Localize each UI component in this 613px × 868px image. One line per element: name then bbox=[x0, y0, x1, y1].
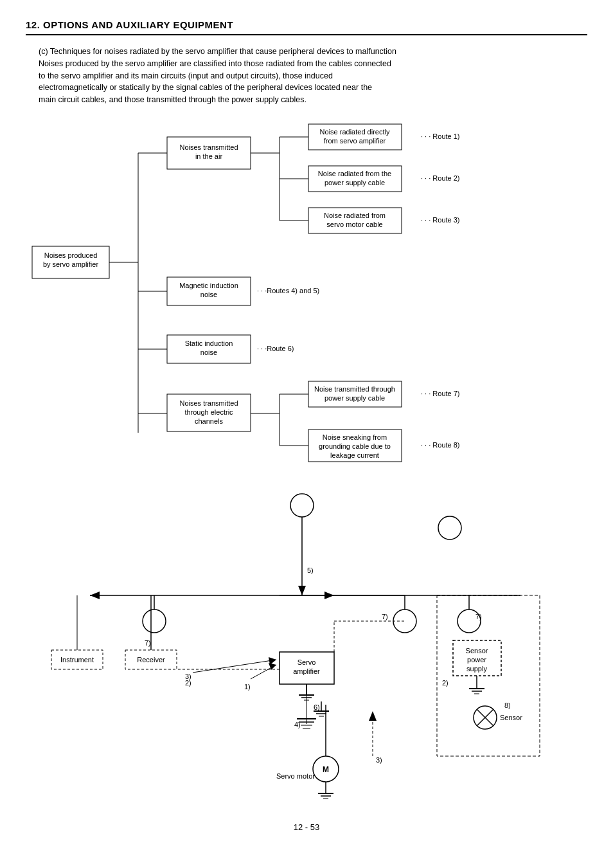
svg-text:Noises produced: Noises produced bbox=[44, 251, 98, 259]
page-title: 12. OPTIONS AND AUXILIARY EQUIPMENT bbox=[26, 19, 587, 35]
svg-text:supply: supply bbox=[466, 665, 487, 673]
svg-text:through electric: through electric bbox=[184, 408, 233, 416]
svg-text:7): 7) bbox=[382, 613, 388, 620]
tree-diagram: Noises produced by servo amplifier Noise… bbox=[26, 118, 578, 480]
svg-text:Sensor: Sensor bbox=[500, 714, 522, 721]
svg-text:in the air: in the air bbox=[195, 152, 223, 160]
svg-text:· · · Route 1): · · · Route 1) bbox=[421, 132, 460, 140]
svg-marker-134 bbox=[298, 586, 306, 595]
svg-text:Receiver: Receiver bbox=[137, 656, 165, 664]
svg-text:from servo amplifier: from servo amplifier bbox=[324, 137, 386, 145]
svg-text:· · ·Route 6): · · ·Route 6) bbox=[257, 345, 294, 352]
svg-line-70 bbox=[193, 660, 276, 673]
svg-text:noise: noise bbox=[200, 348, 217, 356]
svg-text:6): 6) bbox=[314, 703, 320, 711]
svg-text:3): 3) bbox=[185, 673, 191, 680]
svg-text:Magnetic induction: Magnetic induction bbox=[179, 282, 238, 289]
svg-text:· · ·Routes 4) and 5): · · ·Routes 4) and 5) bbox=[257, 287, 319, 294]
svg-text:· · · Route 2): · · · Route 2) bbox=[421, 174, 460, 182]
svg-point-61 bbox=[143, 610, 166, 633]
svg-text:channels: channels bbox=[195, 417, 224, 425]
svg-marker-74 bbox=[269, 663, 276, 670]
intro-paragraph: (c) Techniques for noises radiated by th… bbox=[26, 46, 587, 106]
svg-point-55 bbox=[438, 516, 461, 539]
svg-text:Servo motor: Servo motor bbox=[276, 772, 315, 780]
svg-text:Noise sneaking from: Noise sneaking from bbox=[323, 433, 387, 441]
svg-text:7): 7) bbox=[145, 639, 151, 647]
wiring-diagram: 5) 7) Instrument Receiver 2) 1) Servo am… bbox=[26, 486, 578, 803]
svg-text:grounding cable due to: grounding cable due to bbox=[319, 442, 391, 450]
svg-text:1): 1) bbox=[244, 683, 251, 691]
svg-text:Instrument: Instrument bbox=[60, 656, 94, 664]
svg-text:power supply cable: power supply cable bbox=[324, 394, 385, 402]
svg-text:Sensor: Sensor bbox=[466, 647, 488, 655]
svg-text:Noise radiated from: Noise radiated from bbox=[324, 212, 386, 219]
svg-text:leakage current: leakage current bbox=[330, 451, 379, 459]
svg-text:· · · Route 7): · · · Route 7) bbox=[421, 390, 460, 397]
svg-marker-127 bbox=[369, 711, 377, 721]
svg-point-54 bbox=[290, 494, 314, 517]
svg-text:by servo amplifier: by servo amplifier bbox=[43, 260, 99, 268]
svg-text:8): 8) bbox=[504, 701, 511, 709]
svg-text:Servo: Servo bbox=[298, 658, 316, 666]
svg-text:Noise radiated from the: Noise radiated from the bbox=[318, 170, 391, 177]
svg-text:power supply cable: power supply cable bbox=[324, 179, 385, 186]
svg-text:Noises transmitted: Noises transmitted bbox=[179, 143, 238, 151]
svg-text:amplifier: amplifier bbox=[293, 667, 320, 675]
svg-text:Noise radiated directly: Noise radiated directly bbox=[320, 128, 390, 136]
svg-text:5): 5) bbox=[307, 566, 314, 574]
svg-text:Noises transmitted: Noises transmitted bbox=[179, 399, 238, 407]
svg-text:3): 3) bbox=[376, 756, 382, 764]
svg-text:M: M bbox=[323, 765, 329, 774]
svg-text:7): 7) bbox=[475, 613, 482, 620]
svg-text:2): 2) bbox=[442, 679, 449, 687]
svg-text:· · · Route 3): · · · Route 3) bbox=[421, 216, 460, 224]
svg-text:Static induction: Static induction bbox=[185, 339, 233, 347]
svg-text:Noise transmitted through: Noise transmitted through bbox=[314, 385, 395, 393]
svg-text:· · · Route 8): · · · Route 8) bbox=[421, 441, 460, 449]
svg-text:noise: noise bbox=[200, 291, 217, 298]
page-number: 12 - 53 bbox=[26, 822, 587, 832]
svg-text:servo motor cable: servo motor cable bbox=[326, 221, 382, 228]
svg-text:power: power bbox=[467, 656, 486, 664]
